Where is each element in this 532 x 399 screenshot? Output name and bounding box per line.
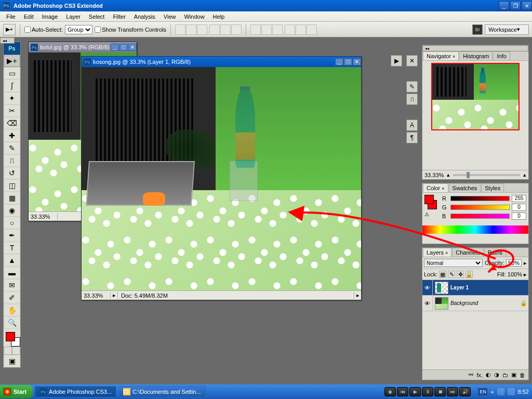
fill-input[interactable]: 100% bbox=[508, 271, 522, 277]
lock-position-button[interactable]: ✥ bbox=[457, 271, 464, 278]
navigator-zoom-slider[interactable] bbox=[453, 174, 520, 176]
lock-pixels-button[interactable]: ✎ bbox=[448, 271, 455, 278]
doc-close-button[interactable]: ✕ bbox=[353, 58, 361, 65]
layer-thumbnail[interactable] bbox=[435, 282, 448, 294]
visibility-icon[interactable]: 👁 bbox=[422, 296, 433, 311]
document-window-kosong[interactable]: Ps kosong.jpg @ 33.3% (Layer 1, RGB/8) _… bbox=[81, 56, 362, 300]
zoom-tool[interactable]: 🔍 bbox=[4, 316, 20, 329]
doc-zoom-kosong[interactable]: 33.33% bbox=[82, 292, 111, 299]
visibility-icon[interactable]: 👁 bbox=[422, 280, 433, 295]
eyedropper-tool[interactable]: ✐ bbox=[4, 291, 20, 304]
b-value[interactable]: 0 bbox=[512, 212, 526, 220]
pause-button[interactable]: ⏸ bbox=[422, 387, 433, 396]
doc-max-button[interactable]: □ bbox=[344, 58, 352, 65]
marquee-tool[interactable]: ▭ bbox=[4, 67, 20, 79]
lock-all-button[interactable]: 🔒 bbox=[466, 271, 473, 278]
layers-tab[interactable]: Layers× bbox=[423, 248, 451, 257]
paths-tab[interactable]: Paths bbox=[484, 248, 506, 257]
wand-tool[interactable]: ✦ bbox=[4, 92, 20, 104]
zoom-out-icon[interactable]: ▴ bbox=[447, 171, 450, 178]
b-slider[interactable] bbox=[450, 214, 510, 219]
dock-clone-icon[interactable]: ⎍ bbox=[406, 94, 418, 105]
vol-button[interactable]: 🔊 bbox=[459, 387, 471, 396]
color-tab[interactable]: Color× bbox=[423, 183, 448, 192]
layer-row-background[interactable]: 👁 Background 🔒 bbox=[422, 296, 528, 311]
crop-tool[interactable]: ✂ bbox=[4, 104, 20, 117]
fill-arrow-icon[interactable]: ▸ bbox=[524, 271, 527, 278]
doc-min-button[interactable]: _ bbox=[335, 58, 343, 65]
doc-min-button[interactable]: _ bbox=[111, 44, 119, 51]
taskbar-item-photoshop[interactable]: PsAdobe Photoshop CS3... bbox=[35, 386, 116, 397]
swatches-tab[interactable]: Swatches bbox=[449, 183, 481, 192]
foreground-color-swatch[interactable] bbox=[6, 332, 15, 341]
menu-layer[interactable]: Layer bbox=[62, 12, 85, 21]
delete-layer-button[interactable]: 🗑 bbox=[520, 372, 525, 378]
dodge-tool[interactable]: ○ bbox=[4, 217, 20, 229]
lock-transparent-button[interactable]: ▦ bbox=[439, 271, 446, 278]
heal-tool[interactable]: ✚ bbox=[4, 129, 20, 142]
menu-window[interactable]: Window bbox=[180, 12, 208, 21]
doc-zoom-botol[interactable]: 33.33% bbox=[29, 214, 58, 220]
histogram-tab[interactable]: Histogram bbox=[459, 51, 493, 60]
align-hcenter-button[interactable] bbox=[220, 24, 231, 35]
workspace-dropdown[interactable]: Workspace ▾ bbox=[485, 24, 529, 35]
dock-para-icon[interactable]: ¶ bbox=[406, 132, 418, 143]
distribute-left-button[interactable] bbox=[285, 24, 295, 35]
layer-name[interactable]: Background bbox=[450, 300, 520, 306]
auto-select-checkbox[interactable]: Auto-Select: bbox=[24, 26, 63, 33]
dock-brush-icon[interactable]: ✎ bbox=[406, 81, 418, 92]
distribute-vcenter-button[interactable] bbox=[261, 24, 272, 35]
dock-char-icon[interactable]: A bbox=[406, 119, 418, 131]
tray-icon[interactable] bbox=[497, 388, 504, 395]
align-top-button[interactable] bbox=[175, 24, 185, 35]
prev-button[interactable]: ⏮ bbox=[397, 387, 408, 396]
new-layer-button[interactable]: ▣ bbox=[511, 371, 516, 378]
menu-help[interactable]: Help bbox=[209, 12, 229, 21]
bridge-button[interactable]: Br bbox=[472, 24, 483, 35]
screen-mode-button[interactable]: ▣ bbox=[4, 355, 20, 367]
menu-edit[interactable]: Edit bbox=[20, 12, 38, 21]
menu-view[interactable]: View bbox=[159, 12, 180, 21]
new-group-button[interactable]: 🗀 bbox=[502, 372, 508, 378]
standard-mode-button[interactable] bbox=[4, 347, 12, 355]
layer-style-button[interactable]: fx. bbox=[476, 372, 483, 378]
dock-collapse-2[interactable]: ◂◂ bbox=[0, 37, 15, 44]
link-layers-button[interactable]: ⚯ bbox=[469, 371, 473, 378]
layer-mask-button[interactable]: ◐ bbox=[486, 371, 491, 378]
slice-tool[interactable]: ⌫ bbox=[4, 117, 20, 129]
pen-tool[interactable]: ✒ bbox=[4, 229, 20, 242]
clock[interactable]: 8:52 bbox=[518, 389, 529, 395]
gradient-tool[interactable]: ▦ bbox=[4, 192, 20, 204]
navigator-tab[interactable]: Navigator× bbox=[423, 51, 459, 60]
restore-button[interactable]: ❐ bbox=[510, 1, 521, 10]
opacity-input[interactable]: 50% bbox=[506, 259, 522, 267]
stop-button[interactable]: ⏹ bbox=[434, 387, 446, 396]
color-fg-swatch[interactable] bbox=[424, 195, 434, 204]
g-value[interactable]: 0 bbox=[512, 204, 526, 211]
menu-image[interactable]: Image bbox=[38, 12, 62, 21]
color-spectrum[interactable] bbox=[422, 225, 528, 234]
taskbar-item-explorer[interactable]: 🗀C:\Documents and Settin... bbox=[118, 386, 205, 397]
color-swatches[interactable] bbox=[4, 331, 20, 347]
styles-tab[interactable]: Styles bbox=[481, 183, 504, 192]
hand-tool[interactable]: ✋ bbox=[4, 304, 20, 316]
distribute-right-button[interactable] bbox=[307, 24, 317, 35]
blend-mode-dropdown[interactable]: Normal bbox=[424, 259, 483, 267]
r-value[interactable]: 255 bbox=[512, 195, 526, 202]
player-icon[interactable]: ◉ bbox=[384, 387, 396, 396]
menu-file[interactable]: File bbox=[2, 12, 20, 21]
layer-row-layer1[interactable]: 👁 Layer 1 bbox=[422, 280, 528, 296]
close-button[interactable]: ✕ bbox=[522, 1, 532, 10]
distribute-top-button[interactable] bbox=[250, 24, 261, 35]
type-tool[interactable]: T bbox=[4, 242, 20, 254]
history-brush-tool[interactable]: ↺ bbox=[4, 167, 20, 179]
stamp-tool[interactable]: ⎍ bbox=[4, 154, 20, 167]
tray-expand-icon[interactable]: « bbox=[490, 389, 494, 395]
lasso-tool[interactable]: ʃ bbox=[4, 79, 20, 92]
show-transform-checkbox[interactable]: Show Transform Controls bbox=[95, 26, 166, 33]
distribute-bottom-button[interactable] bbox=[272, 24, 283, 35]
layer-thumbnail[interactable] bbox=[435, 297, 448, 310]
language-indicator[interactable]: EN bbox=[478, 388, 487, 395]
minimize-button[interactable]: _ bbox=[499, 1, 509, 10]
start-button[interactable]: Start bbox=[0, 385, 33, 398]
